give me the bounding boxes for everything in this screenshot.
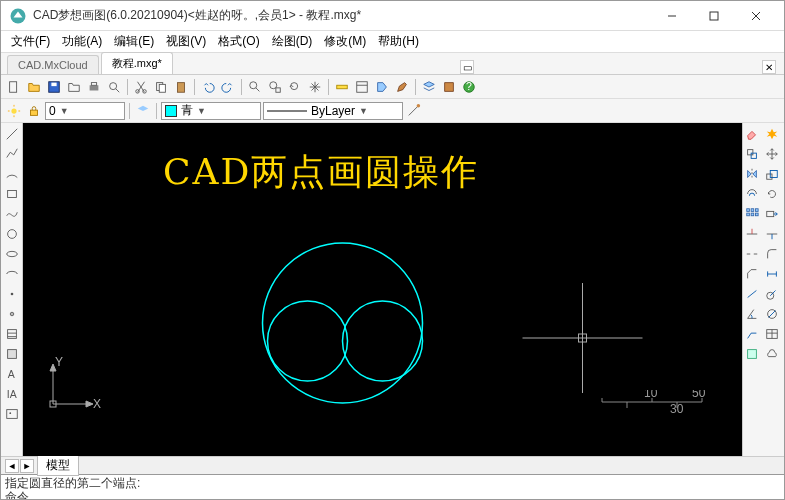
folder-icon[interactable] xyxy=(65,78,83,96)
command-prompt-line: 指定圆直径的第二个端点: xyxy=(5,476,780,490)
text-tool-icon[interactable]: A xyxy=(3,365,21,383)
hatch-tool-icon[interactable] xyxy=(3,325,21,343)
layer-sun-icon[interactable] xyxy=(5,102,23,120)
help-icon[interactable]: ? xyxy=(460,78,478,96)
polyline-tool-icon[interactable] xyxy=(3,145,21,163)
line-tool-icon[interactable] xyxy=(3,125,21,143)
layout-model-tab[interactable]: 模型 xyxy=(37,455,79,476)
image-tool-icon[interactable] xyxy=(3,405,21,423)
menu-modify[interactable]: 修改(M) xyxy=(318,31,372,52)
copy-icon[interactable] xyxy=(152,78,170,96)
svg-rect-16 xyxy=(178,82,185,92)
dot-tool-icon[interactable] xyxy=(3,305,21,323)
tab-cloud[interactable]: CAD.MxCloud xyxy=(7,55,99,74)
menu-draw[interactable]: 绘图(D) xyxy=(266,31,319,52)
menu-function[interactable]: 功能(A) xyxy=(56,31,108,52)
book-icon[interactable] xyxy=(440,78,458,96)
rotate-icon[interactable] xyxy=(763,185,781,203)
layer-lock-icon[interactable] xyxy=(25,102,43,120)
menu-help[interactable]: 帮助(H) xyxy=(372,31,425,52)
dim-aligned-icon[interactable] xyxy=(743,285,761,303)
rect-tool-icon[interactable] xyxy=(3,185,21,203)
erase-icon[interactable] xyxy=(743,125,761,143)
print-icon[interactable] xyxy=(85,78,103,96)
explode-icon[interactable] xyxy=(763,125,781,143)
paste-icon[interactable] xyxy=(172,78,190,96)
properties-icon[interactable] xyxy=(353,78,371,96)
new-icon[interactable] xyxy=(5,78,23,96)
dim-dia-icon[interactable] xyxy=(763,305,781,323)
minimize-button[interactable] xyxy=(652,2,692,30)
leader-icon[interactable] xyxy=(743,325,761,343)
dim-angular-icon[interactable] xyxy=(743,305,761,323)
linetype-preview-icon xyxy=(267,107,307,115)
svg-point-50 xyxy=(343,301,423,381)
arc-tool-icon[interactable] xyxy=(3,165,21,183)
preview-icon[interactable] xyxy=(105,78,123,96)
undo-icon[interactable] xyxy=(199,78,217,96)
drawing-canvas[interactable]: CAD两点画圆操作 Y X xyxy=(23,123,742,456)
chevron-down-icon: ▼ xyxy=(60,106,69,116)
tabs-minimize-icon[interactable]: ▭ xyxy=(460,60,474,74)
spline-tool-icon[interactable] xyxy=(3,205,21,223)
svg-text:A: A xyxy=(7,368,14,380)
close-button[interactable] xyxy=(736,2,776,30)
mtext-tool-icon[interactable]: IA xyxy=(3,385,21,403)
stretch-icon[interactable] xyxy=(763,205,781,223)
zoom-icon[interactable] xyxy=(246,78,264,96)
array-icon[interactable] xyxy=(743,205,761,223)
tab-nav-next-icon[interactable]: ► xyxy=(20,459,34,473)
scale-icon[interactable] xyxy=(763,165,781,183)
copy-obj-icon[interactable] xyxy=(743,145,761,163)
layer-select[interactable]: 0 ▼ xyxy=(45,102,125,120)
chamfer-icon[interactable] xyxy=(743,265,761,283)
svg-line-94 xyxy=(769,311,776,318)
layer-tool-icon[interactable] xyxy=(134,102,152,120)
menu-file[interactable]: 文件(F) xyxy=(5,31,56,52)
move-icon[interactable] xyxy=(763,145,781,163)
zoom-window-icon[interactable] xyxy=(266,78,284,96)
brush-icon[interactable] xyxy=(393,78,411,96)
mirror-icon[interactable] xyxy=(743,165,761,183)
offset-icon[interactable] xyxy=(743,185,761,203)
extend-icon[interactable] xyxy=(763,225,781,243)
save-icon[interactable] xyxy=(45,78,63,96)
region-icon[interactable] xyxy=(743,345,761,363)
dim-radius-icon[interactable] xyxy=(763,285,781,303)
ellipse-arc-tool-icon[interactable] xyxy=(3,265,21,283)
dim-linear-icon[interactable] xyxy=(763,265,781,283)
color-select[interactable]: 青 ▼ xyxy=(161,102,261,120)
tab-active[interactable]: 教程.mxg* xyxy=(101,52,173,74)
cut-icon[interactable] xyxy=(132,78,150,96)
maximize-button[interactable] xyxy=(694,2,734,30)
cloud-icon[interactable] xyxy=(763,345,781,363)
menu-edit[interactable]: 编辑(E) xyxy=(108,31,160,52)
tabs-close-icon[interactable]: ✕ xyxy=(762,60,776,74)
linetype-tool-icon[interactable] xyxy=(405,102,423,120)
redo-icon[interactable] xyxy=(219,78,237,96)
menu-format[interactable]: 格式(O) xyxy=(212,31,265,52)
circle-tool-icon[interactable] xyxy=(3,225,21,243)
command-area[interactable]: 指定圆直径的第二个端点: 命令 xyxy=(1,474,784,500)
layer-manager-icon[interactable] xyxy=(420,78,438,96)
table-icon[interactable] xyxy=(763,325,781,343)
fillet-icon[interactable] xyxy=(763,245,781,263)
point-tool-icon[interactable] xyxy=(3,285,21,303)
tab-nav-first-icon[interactable]: ◄ xyxy=(5,459,19,473)
linetype-select[interactable]: ByLayer ▼ xyxy=(263,102,403,120)
measure-icon[interactable] xyxy=(333,78,351,96)
open-icon[interactable] xyxy=(25,78,43,96)
menu-view[interactable]: 视图(V) xyxy=(160,31,212,52)
ellipse-tool-icon[interactable] xyxy=(3,245,21,263)
trim-icon[interactable] xyxy=(743,225,761,243)
ucs-icon: Y X xyxy=(41,356,101,416)
block-tool-icon[interactable] xyxy=(3,345,21,363)
layout-tabs: ◄ ► 模型 xyxy=(1,456,784,474)
zoom-prev-icon[interactable] xyxy=(286,78,304,96)
match-icon[interactable] xyxy=(373,78,391,96)
svg-rect-98 xyxy=(748,350,757,359)
pan-icon[interactable] xyxy=(306,78,324,96)
svg-text:IA: IA xyxy=(6,388,16,400)
break-icon[interactable] xyxy=(743,245,761,263)
separator xyxy=(156,103,157,119)
